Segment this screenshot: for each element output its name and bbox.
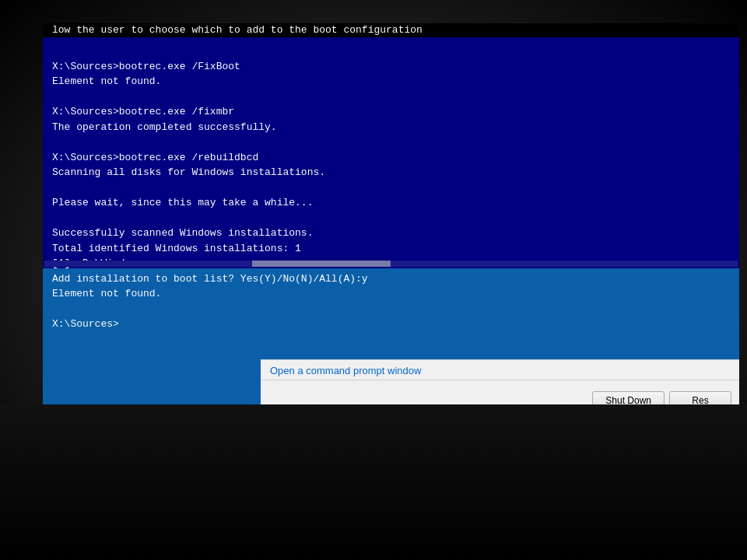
terminal-scrollbar[interactable] (43, 259, 739, 268)
scrollbar-track (44, 261, 738, 267)
screen: low the user to choose which to add to t… (43, 23, 739, 420)
bottom-bezel (0, 404, 747, 560)
scrollbar-thumb[interactable] (252, 261, 391, 267)
terminal-top-partial: low the user to choose which to add to t… (43, 23, 739, 37)
open-command-prompt-link[interactable]: Open a command prompt window (270, 365, 421, 376)
terminal-window[interactable]: X:\Sources>bootrec.exe /FixBoot Element … (43, 37, 739, 259)
recovery-link-row: Open a command prompt window (261, 360, 739, 380)
top-partial-text: low the user to choose which to add to t… (52, 24, 423, 36)
